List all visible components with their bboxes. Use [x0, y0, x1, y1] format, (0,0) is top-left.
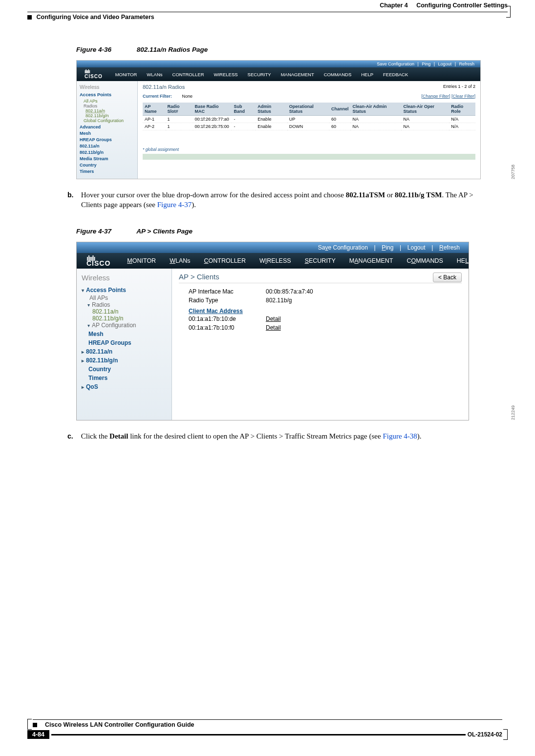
detail-link[interactable]: Detail — [266, 324, 281, 331]
sidebar-hreap[interactable]: HREAP Groups — [88, 339, 167, 346]
menu-commands[interactable]: COMMANDS — [400, 253, 449, 268]
kv-value: 802.11b/g — [266, 297, 292, 304]
sidebar-qos[interactable]: QoS — [82, 383, 167, 390]
sidebar-mesh[interactable]: Mesh — [88, 331, 167, 337]
menu-feedback[interactable]: FEEDBACK — [378, 69, 413, 80]
text-bold: Detail — [109, 432, 128, 440]
menu-management[interactable]: MANAGEMENT — [342, 253, 400, 268]
cell: 00:1f:26:2b:77:a0 — [193, 116, 232, 123]
menu-security[interactable]: SECURITY — [298, 253, 342, 268]
figure-ref-link[interactable]: Figure 4-38 — [383, 432, 417, 440]
refresh-link[interactable]: Refresh — [436, 244, 463, 251]
figure-reference-id: 212249 — [511, 405, 515, 420]
sidebar-radio-an[interactable]: 802.11a/n — [86, 108, 134, 113]
page-footer: Cisco Wireless LAN Controller Configurat… — [27, 719, 508, 739]
sidebar-radio-an[interactable]: 802.11a/n — [92, 308, 167, 315]
table-row[interactable]: AP-1 1 00:1f:26:2b:77:a0 - Enable UP 60 … — [143, 116, 475, 123]
sidebar-radio-bgn[interactable]: 802.11b/g/n — [92, 315, 167, 322]
save-config-link[interactable]: Save Configuration — [315, 244, 371, 251]
sidebar-access-points[interactable]: Access Points — [80, 92, 134, 97]
sidebar-country[interactable]: Country — [80, 163, 134, 168]
cell: NA — [350, 123, 401, 130]
sidebar-nav: Wireless Access Points All APs Radios 80… — [77, 269, 172, 420]
cisco-logo: ılıılı CISCO — [77, 67, 110, 81]
page-title: 802.11a/n Radios — [143, 84, 185, 90]
header-bracket — [507, 6, 511, 18]
footer-guide-title: Cisco Wireless LAN Controller Configurat… — [45, 721, 194, 728]
menu-wireless[interactable]: WIRELESS — [253, 253, 298, 268]
col-channel: Channel — [329, 103, 351, 116]
top-util-bar: Save Configuration | Ping | Logout | Ref… — [77, 242, 469, 253]
menu-controller[interactable]: CONTROLLER — [197, 253, 253, 268]
figure-reference-id: 207758 — [511, 165, 515, 179]
col-sub-band: Sub Band — [232, 103, 256, 116]
menu-help[interactable]: HELP — [450, 253, 480, 268]
cell: DOWN — [287, 123, 329, 130]
clear-filter-link[interactable]: Clear Filter — [452, 94, 474, 99]
detail-link[interactable]: Detail — [266, 315, 281, 322]
client-mac-header: Client Mac Address — [189, 308, 462, 315]
change-filter-link[interactable]: Change Filter — [423, 94, 449, 99]
menu-wireless[interactable]: WIRELESS — [209, 69, 243, 80]
menu-help[interactable]: HELP — [356, 69, 378, 80]
sidebar-hreap[interactable]: HREAP Groups — [80, 137, 134, 142]
sidebar-ap-config[interactable]: AP Configuration — [87, 322, 167, 329]
step-b: b. Hover your cursor over the blue drop-… — [81, 190, 508, 210]
cell: NA — [401, 116, 449, 123]
menu-monitor[interactable]: MONITOR — [120, 253, 163, 268]
sidebar-80211an[interactable]: 802.11a/n — [80, 144, 134, 148]
footer-bracket-right — [504, 729, 508, 740]
cell: NA — [350, 116, 401, 123]
menu-security[interactable]: SECURITY — [243, 69, 276, 80]
sidebar-timers[interactable]: Timers — [88, 375, 167, 381]
menu-commands[interactable]: COMMANDS — [319, 69, 356, 80]
sidebar-all-aps[interactable]: All APs — [89, 294, 167, 301]
logout-link[interactable]: Logout — [436, 62, 454, 66]
menu-wlans[interactable]: WLANs — [142, 69, 167, 80]
menu-management[interactable]: MANAGEMENT — [276, 69, 319, 80]
ping-link[interactable]: Ping — [420, 62, 432, 66]
sidebar-80211bgn[interactable]: 802.11b/g/n — [82, 357, 167, 364]
sidebar-media-stream[interactable]: Media Stream — [80, 156, 134, 161]
back-button[interactable]: < Back — [433, 273, 462, 282]
figure-title: AP > Clients Page — [136, 228, 193, 235]
filter-label: Current Filter: — [143, 94, 172, 99]
figure-ref-link[interactable]: Figure 4-37 — [157, 201, 192, 209]
sidebar-mesh[interactable]: Mesh — [80, 131, 134, 136]
cell: NA — [401, 123, 449, 130]
logout-link[interactable]: Logout — [405, 244, 428, 251]
main-panel: AP > Clients < Back AP Interface Mac 00:… — [172, 269, 469, 420]
sidebar-global-config[interactable]: Global Configuration — [84, 118, 134, 123]
footer-bracket-left — [27, 719, 31, 730]
menu-monitor[interactable]: MONITOR — [110, 69, 142, 80]
save-config-link[interactable]: Save Configuration — [375, 62, 416, 66]
menu-wlans[interactable]: WLANs — [163, 253, 197, 268]
horizontal-scrollbar[interactable] — [143, 154, 475, 160]
sidebar-nav: Wireless Access Points All APs Radios 80… — [77, 81, 138, 179]
figure-title: 802.11a/n Radios Page — [137, 46, 208, 53]
sidebar-all-aps[interactable]: All APs — [84, 99, 134, 104]
figure-number: Figure 4-36 — [76, 46, 111, 53]
figure-4-37-caption: Figure 4-37 AP > Clients Page — [76, 228, 508, 235]
cell: 1 — [166, 123, 193, 130]
sidebar-radios[interactable]: Radios — [84, 104, 97, 108]
sidebar-radios[interactable]: Radios — [87, 301, 167, 308]
sidebar-country[interactable]: Country — [88, 366, 167, 373]
step-label: c. — [67, 432, 79, 441]
table-row[interactable]: AP-2 1 00:1f:26:2b:75:00 - Enable DOWN 6… — [143, 123, 475, 130]
sidebar-advanced[interactable]: Advanced — [80, 125, 134, 129]
menu-controller[interactable]: CONTROLLER — [168, 69, 209, 80]
refresh-link[interactable]: Refresh — [457, 62, 476, 66]
ping-link[interactable]: Ping — [379, 244, 396, 251]
col-radio-role: Radio Role — [449, 103, 475, 116]
sidebar-access-points[interactable]: Access Points — [82, 287, 167, 294]
sidebar-80211bgn[interactable]: 802.11b/g/n — [80, 150, 134, 155]
col-base-mac: Base Radio MAC — [193, 103, 232, 116]
cell: 60 — [329, 123, 351, 130]
cell: AP-2 — [143, 123, 166, 130]
sidebar-radio-bgn[interactable]: 802.11b/g/n — [86, 113, 134, 118]
kv-key: AP Interface Mac — [189, 288, 266, 295]
global-assignment-note: * global assignment — [143, 147, 475, 152]
sidebar-timers[interactable]: Timers — [80, 169, 134, 174]
sidebar-80211an[interactable]: 802.11a/n — [82, 348, 167, 355]
